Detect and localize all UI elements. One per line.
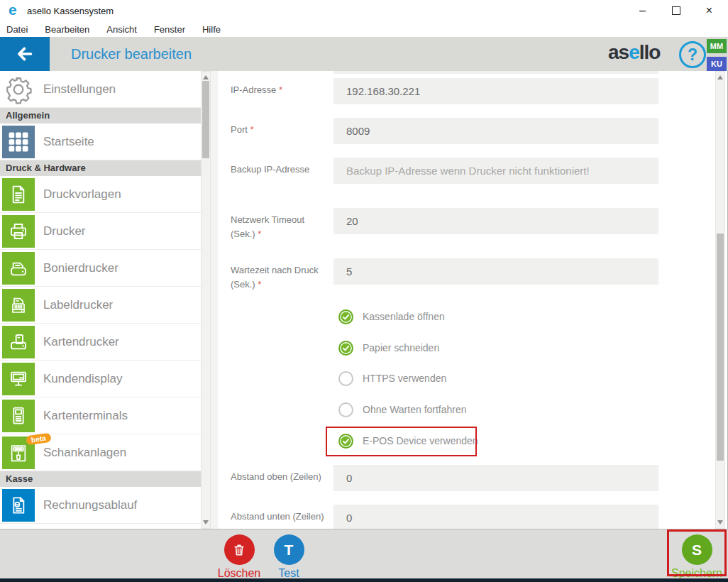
printer-icon bbox=[2, 215, 35, 248]
sidebar-section-allgemein: Allgemein bbox=[0, 108, 201, 123]
minimize-button[interactable]: – bbox=[626, 0, 659, 21]
save-letter-icon: S bbox=[682, 534, 712, 565]
abstand-unten-input[interactable] bbox=[333, 505, 658, 529]
sidebar-item-schankanlagen[interactable]: beta Schankanlagen bbox=[0, 434, 201, 471]
titlebar: e asello Kassensystem – × bbox=[0, 0, 728, 21]
status-badge-ku: KU bbox=[707, 57, 727, 71]
menu-item-fenster[interactable]: Fenster bbox=[154, 24, 185, 35]
close-button[interactable]: × bbox=[693, 0, 726, 21]
gear-icon bbox=[2, 73, 35, 106]
port-input[interactable] bbox=[333, 118, 658, 144]
toggle-papier-schneiden[interactable]: Papier schneiden bbox=[338, 340, 439, 356]
document-icon bbox=[2, 178, 35, 211]
checkbox-checked-icon bbox=[338, 309, 353, 324]
scroll-up-icon[interactable] bbox=[717, 75, 723, 79]
help-question-icon[interactable]: ? bbox=[679, 41, 706, 68]
toggle-label: Papier schneiden bbox=[363, 342, 439, 353]
window-title: asello Kassensystem bbox=[27, 6, 114, 16]
sidebar-scrollbar-thumb[interactable] bbox=[202, 81, 209, 158]
field-label: Abstand oben (Zeilen) bbox=[231, 471, 321, 482]
customer-display-icon bbox=[2, 363, 35, 395]
status-badge-mm: MM bbox=[707, 39, 727, 53]
sidebar-scrollbar[interactable] bbox=[201, 71, 211, 529]
page-title: Drucker bearbeiten bbox=[71, 46, 192, 62]
scroll-down-icon[interactable] bbox=[203, 520, 209, 525]
page-header: Drucker bearbeiten asello ? MM KU bbox=[0, 37, 728, 71]
label-printer-icon bbox=[2, 289, 35, 322]
content-scrollbar-thumb[interactable] bbox=[717, 234, 724, 461]
toggle-kassenlade[interactable]: Kassenlade öffnen bbox=[338, 309, 445, 324]
beta-badge: beta bbox=[26, 433, 51, 446]
sidebar: Einstellungen Allgemein Startseite Druck… bbox=[0, 71, 201, 529]
card-printer-icon bbox=[2, 326, 35, 358]
field-row-ip: IP-Adresse * bbox=[211, 78, 715, 104]
field-row-abstand-oben: Abstand oben (Zeilen) bbox=[211, 465, 715, 491]
menubar: Datei Bearbeiten Ansicht Fenster Hilfe bbox=[0, 21, 728, 37]
maximize-icon bbox=[672, 6, 680, 15]
test-button[interactable]: T Test bbox=[258, 529, 319, 580]
field-label: Wartezeit nach Druck (Sek.) bbox=[231, 265, 319, 290]
required-asterisk: * bbox=[258, 229, 261, 239]
sidebar-item-kartendrucker[interactable]: Kartendrucker bbox=[0, 324, 201, 361]
checkbox-checked-icon bbox=[338, 434, 353, 449]
save-button[interactable]: S Speichern bbox=[666, 529, 727, 580]
sidebar-item-druckvorlagen[interactable]: Druckvorlagen bbox=[0, 176, 201, 213]
ip-address-input[interactable] bbox=[333, 78, 658, 104]
previous-field-sliver bbox=[333, 71, 658, 74]
window-bottom-edge bbox=[0, 578, 728, 582]
field-row-network-timeout: Netzwerk Timeout (Sek.) * bbox=[211, 208, 715, 234]
footer-toolbar: Löschen T Test S Speichern bbox=[0, 529, 728, 578]
scroll-down-icon[interactable] bbox=[717, 520, 723, 525]
field-row-wait-after-print: Wartezeit nach Druck (Sek.) * bbox=[211, 258, 715, 285]
sidebar-item-drucker[interactable]: Drucker bbox=[0, 213, 201, 250]
menu-item-hilfe[interactable]: Hilfe bbox=[202, 24, 221, 35]
sidebar-section-kasse: Kasse bbox=[0, 471, 201, 487]
sidebar-item-kundendisplay[interactable]: Kundendisplay bbox=[0, 361, 201, 397]
printer-form: IP-Adresse * Port * Backup IP-Adresse Ne… bbox=[211, 71, 715, 529]
field-label: Netzwerk Timeout (Sek.) bbox=[231, 214, 304, 239]
scroll-up-icon[interactable] bbox=[203, 75, 209, 79]
sidebar-item-rechnungsablauf[interactable]: Rechnungsablauf bbox=[0, 487, 201, 524]
abstand-oben-input[interactable] bbox=[333, 465, 658, 491]
required-asterisk: * bbox=[258, 279, 261, 290]
test-letter-icon: T bbox=[274, 534, 304, 565]
field-label: Backup IP-Adresse bbox=[231, 164, 309, 175]
network-timeout-input[interactable] bbox=[333, 208, 658, 234]
sidebar-item-startseite[interactable]: Startseite bbox=[0, 123, 201, 160]
asello-brand-logo: asello bbox=[608, 41, 660, 64]
app-window: e asello Kassensystem – × Datei Bearbeit… bbox=[0, 0, 728, 582]
field-label: Port bbox=[231, 124, 248, 135]
sidebar-item-kartenterminals[interactable]: Kartenterminals bbox=[0, 397, 201, 434]
asello-e-logo-icon: e bbox=[9, 1, 17, 18]
sidebar-item-bonierdrucker[interactable]: Bonierdrucker bbox=[0, 250, 201, 287]
menu-item-bearbeiten[interactable]: Bearbeiten bbox=[45, 24, 89, 35]
trash-icon bbox=[224, 534, 255, 565]
field-label: Abstand unten (Zeilen) bbox=[231, 511, 324, 522]
checkbox-checked-icon bbox=[338, 341, 353, 356]
toggle-label: Ohne Warten fortfahren bbox=[363, 404, 467, 415]
card-terminal-icon bbox=[2, 400, 35, 432]
window-controls: – × bbox=[626, 0, 726, 21]
content-scrollbar[interactable] bbox=[715, 71, 725, 529]
grid-icon bbox=[2, 126, 35, 158]
sidebar-item-labeldrucker[interactable]: Labeldrucker bbox=[0, 287, 201, 324]
wait-after-print-input[interactable] bbox=[333, 258, 658, 285]
toggle-label: Kassenlade öffnen bbox=[363, 311, 445, 322]
toggle-https[interactable]: HTTPS verwenden bbox=[338, 370, 446, 386]
backup-ip-input[interactable] bbox=[333, 158, 658, 184]
sidebar-section-druck-hardware: Druck & Hardware bbox=[0, 160, 201, 176]
toggle-ohne-warten[interactable]: Ohne Warten fortfahren bbox=[338, 402, 467, 417]
toggle-epos-device[interactable]: E-POS Device verwenden bbox=[338, 433, 478, 449]
maximize-button[interactable] bbox=[659, 0, 693, 21]
required-asterisk: * bbox=[250, 124, 253, 135]
field-row-abstand-unten: Abstand unten (Zeilen) bbox=[211, 505, 715, 529]
sidebar-item-einstellungen[interactable]: Einstellungen bbox=[0, 71, 201, 108]
checkbox-unchecked-icon bbox=[338, 402, 353, 417]
arrow-left-icon bbox=[16, 45, 34, 63]
back-button[interactable] bbox=[0, 37, 50, 71]
toggle-label: HTTPS verwenden bbox=[363, 373, 446, 384]
menu-item-ansicht[interactable]: Ansicht bbox=[106, 24, 137, 35]
field-row-port: Port * bbox=[211, 118, 715, 144]
receipt-printer-icon bbox=[2, 252, 35, 285]
menu-item-datei[interactable]: Datei bbox=[6, 24, 28, 35]
